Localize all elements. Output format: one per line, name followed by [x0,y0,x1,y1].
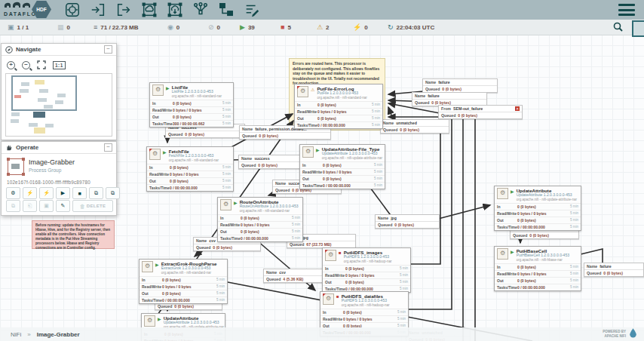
connection-queued-key: Queued [241,163,256,167]
processor[interactable]: ⚙ ⚠ PutFile-ErrorLog PutFile 1.2.0.3.0.0… [294,84,383,129]
nifi-canvas-app: Errors are routed here. This processor i… [0,0,644,341]
connection-name-key: Name [266,270,277,275]
processor[interactable]: ⚙ ▶ FetchFile FetchFile 1.2.0.3.0.0.0-45… [146,146,234,192]
connection-name-value: jpg [391,216,397,220]
processor[interactable]: ⚙ ▶ UpdateAttribute-File_Type UpdateAttr… [299,144,385,189]
connection-queued-key: Queued [168,132,182,137]
enable-button[interactable]: ⚡ [23,187,37,199]
processor-type-icon: ⚙ [144,315,155,327]
stat-row: Out0 (0 bytes)5 min [218,228,302,235]
stat-row: Tasks/Time0 / 00:00:00.0005 min [495,284,581,290]
remote-process-group-icon[interactable] [166,1,184,19]
connection-label[interactable]: Namefailure Queued0 (0 bytes) [422,78,498,93]
processor[interactable]: ⚙ ▶ UpdateAttribute UpdateAttribute 1.2.… [494,186,581,231]
processor[interactable]: ⚙ ▶ ListFile ListFile 1.2.0.3.0.0.0-453 … [149,82,234,127]
selected-process-group-icon [8,158,24,175]
connection-queued-key: Queued [242,134,256,138]
breadcrumb-current: Image-Grabber [37,331,80,338]
status-active-threads: ▦0 [57,20,70,35]
connection-queued-value: 0 (0 bytes) [458,113,477,118]
processor-bundle: org.apache.nifi - nifi-standard-nar [169,158,219,162]
connection-queued-value: 4 (5.36 KB) [283,277,303,281]
template-icon[interactable] [217,1,235,19]
stat-row: Read/Write0 bytes / 0 bytes5 min [147,170,233,177]
connection-queued-key: Queued [383,127,397,132]
delete-button[interactable]: 🗑DELETE [72,200,113,212]
connection-queued-key: Queued [196,245,210,250]
connection-queued-key: Queued [415,100,429,105]
processor[interactable]: ⚙ ■ PutHDFS_images PutHDFS 1.2.0.3.0.0.0… [322,247,411,293]
connection-label[interactable]: FromSEM-out_failure✕ Queued0 (0 bytes) [438,105,523,119]
connection-name-key: Name [415,94,425,98]
search-icon[interactable] [613,22,623,32]
global-menu-icon[interactable] [618,4,635,16]
processor[interactable]: ⚙ ▶ ExtractGrok-RoughParse ExtractGrok 1… [139,259,228,304]
connection-label[interactable]: Namejpg Queued0 (0 bytes) [375,214,440,229]
collapse-icon[interactable]: − [104,45,112,54]
stat-row: Tasks/Time0 / 00:00:00.0005 min [295,121,382,128]
connection-close-icon[interactable]: ✕ [515,106,520,111]
stat-row: Tasks/Time0 / 00:00:00.0005 min [147,184,233,191]
zoom-in-button[interactable]: + [7,61,15,69]
minimap[interactable] [5,73,112,137]
connection-name-value: success [254,156,269,161]
stat-row: In0 (0 bytes)5 min [218,214,302,221]
stat-row: Tasks/Time0 / 00:00:00.0005 min [140,296,227,303]
run-status-icon: ⚠ [311,87,314,92]
connection-queued-value: 0 (0 bytes) [259,134,278,138]
processor-type-icon: ⚙ [142,261,153,272]
connection-label[interactable]: Namecsv Queued4 (5.36 KB) [263,269,327,283]
input-port-icon[interactable] [89,1,107,19]
connection-queued-key: Queued [266,277,281,281]
stat-row: In0 (0 bytes)5 min [320,309,408,315]
connection-name-key: Name [196,238,207,243]
processor[interactable]: ⚙ ▶ RouteOnAttribute RouteOnAttribute 1.… [217,197,303,242]
run-status-icon: ▶ [511,189,514,194]
connection-label[interactable]: Namefailure Queued0 (0 bytes) [584,263,644,277]
connection-name-key: Name [378,216,388,220]
stat-row: In0 (0 bytes)5 min [323,265,410,272]
run-status-icon: ▶ [316,147,320,152]
flow-action-button[interactable]: ⧉ [106,187,120,199]
selection-name: Image-Grabber [29,158,75,166]
copy-button[interactable]: ⧉ [6,200,20,212]
output-port-icon[interactable] [115,1,133,19]
group-button[interactable]: ▣ [39,200,54,212]
zoom-out-button[interactable]: − [22,61,30,69]
status-stopped: ■5 [281,20,291,35]
breadcrumb-root[interactable]: NiFi [11,331,21,338]
disable-button[interactable]: ⚡ [39,187,54,199]
label-icon[interactable] [243,1,261,19]
nifi-drop-icon [630,328,636,338]
actual-size-button[interactable]: 1:1 [53,61,66,69]
app-header: DATAFLOW HDF [0,0,644,20]
funnel-icon[interactable] [192,1,210,19]
processor-bundle: org.apache.nifi - nifi-standard-nar [240,209,299,213]
flow-action-button[interactable]: ⧉ [89,187,103,199]
selection-type: Process Group [29,167,61,173]
fit-view-button[interactable] [37,60,46,69]
connection-name-value: SEM-out_failure [453,106,483,111]
process-group-icon[interactable] [140,1,158,19]
processor-type-icon: ⚙ [323,293,334,305]
change-color-button[interactable]: ✎ [56,200,70,212]
refresh-icon[interactable]: ↻ [388,23,394,31]
collapse-icon[interactable]: − [104,143,112,152]
processor[interactable]: ⚙ ▶ PutHBaseCell PutHBaseCell 1.2.0.3.0.… [494,246,581,291]
paste-button[interactable]: ⎗ [23,200,37,212]
stat-row: Tasks/Time0 / 00:00:00.0005 min [495,223,581,230]
stat-row: Read/Write0 bytes / 0 bytes5 min [150,106,233,113]
start-button[interactable]: ▶ [56,187,70,199]
processor-icon[interactable] [63,1,81,19]
navigate-title: Navigate [16,46,104,53]
connection-name-key: Name [241,156,252,161]
stat-row: Out0 (0 bytes)5 min [147,177,233,184]
configuration-button[interactable]: ⚙ [6,187,20,199]
refresh-status[interactable]: ↻22:04:03 UTC [388,20,434,35]
stop-button[interactable]: ■ [72,187,87,199]
side-panel-toggle[interactable] [632,20,644,37]
connection-name-value: unmatched [396,121,417,125]
connection-label[interactable]: Nameunmatched Queued0 (0 bytes) [380,119,449,134]
stat-row: Out0 (0 bytes)5 min [140,290,227,296]
processor-bundle: org.apache.nifi - nifi-update-attribute-… [517,198,577,201]
